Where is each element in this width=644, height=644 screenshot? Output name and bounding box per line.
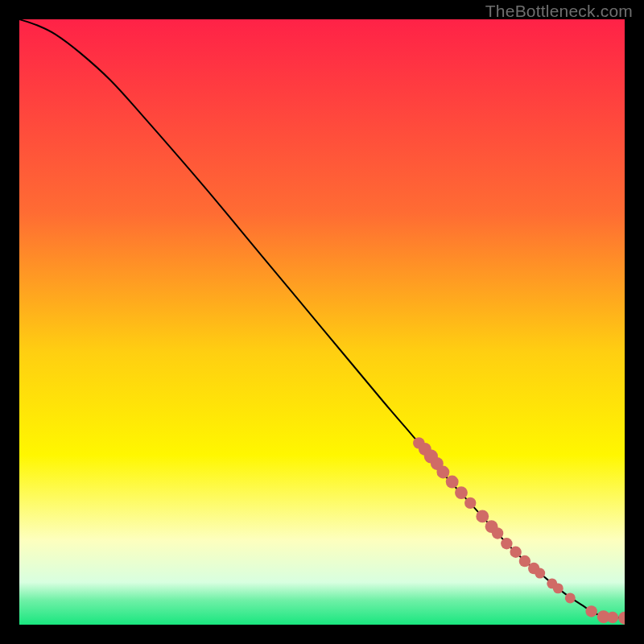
- data-marker: [501, 538, 512, 549]
- data-marker: [607, 612, 618, 623]
- data-marker: [535, 568, 545, 579]
- data-marker: [553, 583, 564, 593]
- chart-svg: [19, 19, 625, 625]
- chart-plot-area: [19, 19, 625, 625]
- data-marker: [436, 466, 449, 479]
- chart-figure: TheBottleneck.com: [0, 0, 644, 644]
- data-marker: [519, 555, 530, 567]
- data-marker: [455, 486, 468, 499]
- data-marker: [585, 605, 597, 617]
- data-marker: [510, 547, 521, 558]
- data-marker: [446, 476, 459, 489]
- attribution-text: TheBottleneck.com: [485, 2, 633, 21]
- data-marker: [464, 497, 476, 509]
- gradient-background: [19, 19, 625, 625]
- data-marker: [565, 592, 576, 603]
- data-marker: [476, 510, 489, 522]
- data-marker: [492, 527, 503, 539]
